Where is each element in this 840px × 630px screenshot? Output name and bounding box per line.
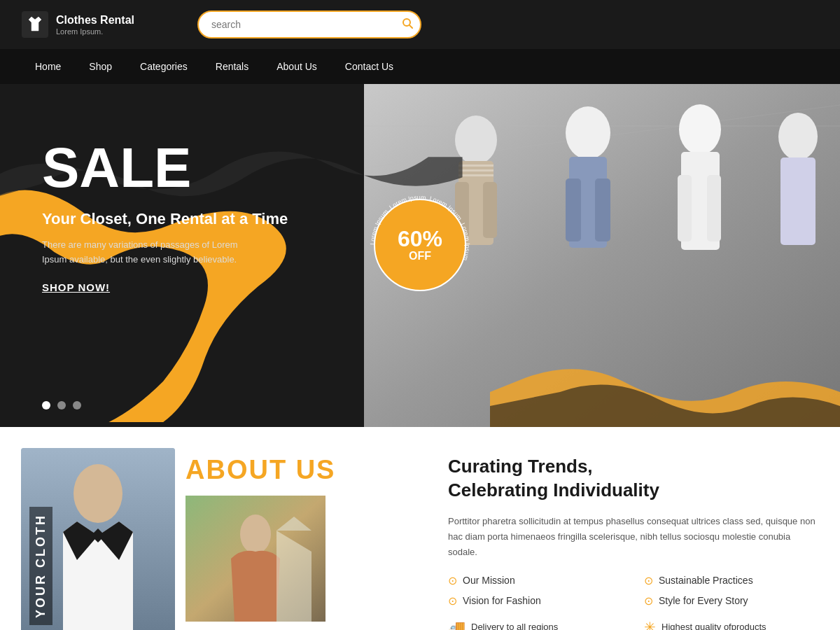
about-description: Porttitor pharetra sollicitudin at tempu…	[448, 514, 819, 560]
about-secondary-photo	[186, 496, 326, 622]
sale-label: SALE	[42, 140, 288, 196]
nav-home[interactable]: Home	[21, 49, 75, 84]
logo-area: Clothes Rental Lorem Ipsum.	[21, 10, 134, 38]
about-images: YOUR CLOTH ABOUT US	[21, 448, 427, 630]
search-input[interactable]	[197, 10, 421, 38]
feature-sustainable: ⊙ Sustainable Practices	[644, 574, 819, 587]
hero-content: SALE Your Closet, One Rental at a Time T…	[42, 140, 288, 294]
quality-icon: ✳	[644, 619, 656, 630]
extra-quality-label: Highest quality ofproducts	[662, 622, 766, 630]
logo-tagline: Lorem Ipsum.	[56, 27, 134, 36]
svg-point-13	[566, 106, 610, 160]
feature-mission: ⊙ Our Mission	[448, 574, 623, 587]
slider-dots	[42, 401, 81, 410]
feature-sustainable-label: Sustainable Practices	[659, 575, 753, 586]
logo-icon	[21, 10, 49, 38]
check-icon-1: ⊙	[448, 574, 457, 587]
hero-section: SALE Your Closet, One Rental at a Time T…	[0, 84, 840, 427]
check-icon-2: ⊙	[644, 574, 653, 587]
shop-now-button[interactable]: SHOP NOW!	[42, 281, 110, 293]
logo-text: Clothes Rental Lorem Ipsum.	[56, 13, 134, 35]
delivery-icon: 🚚	[448, 619, 465, 630]
nav-about-us[interactable]: About Us	[262, 49, 331, 84]
svg-rect-22	[780, 158, 816, 245]
svg-rect-19	[678, 175, 692, 241]
feature-style: ⊙ Style for Every Story	[644, 594, 819, 608]
extra-quality: ✳ Highest quality ofproducts	[644, 619, 819, 630]
slider-dot-1[interactable]	[42, 401, 50, 410]
discount-value: 60% OFF	[398, 227, 442, 262]
main-nav: Home Shop Categories Rentals About Us Co…	[0, 49, 840, 84]
your-cloth-label: YOUR CLOTH	[29, 448, 52, 630]
about-heading: Curating Trends, Celebrating Individuali…	[448, 455, 819, 503]
check-icon-4: ⊙	[644, 594, 653, 608]
about-right-col: ABOUT US	[186, 448, 427, 630]
about-main-photo: YOUR CLOTH	[21, 448, 175, 630]
your-cloth-text: YOUR CLOTH	[29, 507, 52, 625]
svg-point-28	[240, 514, 271, 554]
about-content: Curating Trends, Celebrating Individuali…	[448, 448, 819, 630]
slider-dot-2[interactable]	[57, 401, 66, 410]
nav-categories[interactable]: Categories	[126, 49, 202, 84]
hero-description: There are many variations of passages of…	[42, 238, 238, 267]
svg-point-26	[74, 464, 122, 523]
svg-rect-20	[707, 175, 721, 241]
svg-line-2	[410, 25, 412, 28]
extra-delivery-label: Delivery to all regions	[471, 622, 558, 630]
check-icon-3: ⊙	[448, 594, 457, 608]
about-us-title: ABOUT US	[186, 455, 427, 485]
header: Clothes Rental Lorem Ipsum.	[0, 0, 840, 49]
svg-rect-15	[566, 178, 581, 241]
svg-rect-9	[483, 182, 497, 238]
feature-style-label: Style for Every Story	[659, 595, 748, 606]
svg-point-21	[778, 113, 818, 160]
nav-rentals[interactable]: Rentals	[202, 49, 262, 84]
about-extras: 🚚 Delivery to all regions ✳ Highest qual…	[448, 619, 819, 630]
about-section: YOUR CLOTH ABOUT US	[0, 427, 840, 630]
search-button[interactable]	[402, 18, 413, 31]
discount-off-label: OFF	[398, 250, 442, 262]
discount-percent: 60%	[398, 227, 442, 250]
nav-shop[interactable]: Shop	[75, 49, 126, 84]
feature-vision: ⊙ Vision for Fashion	[448, 594, 623, 608]
about-features: ⊙ Our Mission ⊙ Sustainable Practices ⊙ …	[448, 574, 819, 608]
slider-dot-3[interactable]	[73, 401, 81, 410]
svg-point-17	[679, 104, 721, 155]
logo-name: Clothes Rental	[56, 13, 134, 27]
hero-tagline: Your Closet, One Rental at a Time	[42, 210, 288, 228]
svg-rect-16	[595, 178, 610, 241]
extra-delivery: 🚚 Delivery to all regions	[448, 619, 623, 630]
discount-badge-container: Lorem Ipsum. Lorem Ipsum. Lorem Ipsum. L…	[368, 192, 472, 298]
search-bar	[197, 10, 421, 38]
nav-contact-us[interactable]: Contact Us	[331, 49, 407, 84]
feature-mission-label: Our Mission	[463, 575, 515, 586]
brush-stroke	[490, 343, 840, 427]
feature-vision-label: Vision for Fashion	[463, 595, 541, 606]
